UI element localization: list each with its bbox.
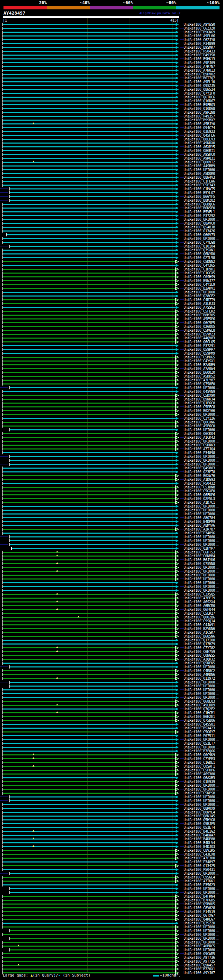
hit-row[interactable]: UniRef100_C1MWT5 (0, 187, 223, 191)
hit-row[interactable]: UniRef100_B6K5E0 (0, 206, 223, 210)
hit-bar[interactable] (3, 510, 176, 511)
hit-label[interactable]: UniRef100_P35623 (184, 883, 215, 887)
hit-bar[interactable] (3, 422, 176, 423)
hit-label[interactable]: UniRef100_C4JEX8 (184, 853, 215, 856)
hit-bar[interactable] (3, 567, 176, 568)
hit-label[interactable]: UniRef100_B2AKV1 (184, 286, 215, 290)
hit-row[interactable]: UniRef100_Q5HYG8 (0, 818, 223, 822)
hit-row[interactable]: UniRef100_Q8W4V3 (0, 175, 223, 180)
hit-bar[interactable] (3, 100, 176, 102)
hit-label[interactable]: UniRef100_B8LLV3 (184, 137, 215, 141)
hit-bar[interactable] (3, 808, 176, 809)
hit-row[interactable]: UniRef100_O13426 (0, 229, 223, 233)
hit-label[interactable]: UniRef100_UPI000.. (184, 680, 219, 684)
hit-row[interactable]: UniRef100_B8MZQ2 (0, 199, 223, 202)
hit-row[interactable]: UniRef100_C3Y126 (0, 417, 223, 420)
hit-label[interactable]: UniRef100_C0SAF1 (184, 764, 215, 768)
hit-row[interactable]: UniRef100_C5DX90 (0, 393, 223, 397)
hit-row[interactable]: UniRef100_Q7Q2F2 (0, 707, 223, 711)
hit-row[interactable]: UniRef100_UPI000.. (0, 925, 223, 929)
hit-bar[interactable] (3, 399, 176, 400)
hit-bar[interactable] (3, 754, 176, 756)
hit-row[interactable]: UniRef100_Q4KLG7 (0, 918, 223, 921)
hit-row[interactable]: UniRef100_B6JYU6 (0, 558, 223, 562)
hit-row[interactable]: UniRef100_B4DWA7 (0, 833, 223, 837)
hit-bar[interactable] (3, 204, 176, 205)
hit-bar[interactable] (3, 697, 176, 698)
hit-row[interactable]: UniRef100_P49357 (0, 115, 223, 118)
hit-bar[interactable] (10, 686, 176, 687)
hit-bar[interactable] (3, 349, 176, 350)
hit-row[interactable]: UniRef100_A7NUI3 (0, 68, 223, 72)
hit-row[interactable]: UniRef100_Q68EQ3 (0, 700, 223, 703)
hit-label[interactable]: UniRef100_Q9CWR5 (184, 952, 215, 956)
hit-bar[interactable] (3, 307, 176, 308)
hit-label[interactable]: UniRef100_B7FQ66 (184, 749, 215, 753)
hit-label[interactable]: UniRef100_Q6AXB3 (184, 776, 215, 780)
hit-row[interactable]: UniRef100_UPI000.. (0, 589, 223, 592)
hit-row[interactable]: UniRef100_C1GCX5 (0, 271, 223, 275)
hit-row[interactable]: UniRef100_A1CK43 (0, 436, 223, 439)
hit-bar[interactable] (3, 835, 176, 836)
hit-label[interactable]: UniRef100_A0BRC5 (184, 944, 215, 948)
hit-bar[interactable] (3, 104, 176, 105)
hit-label[interactable]: UniRef100_O13425 (184, 864, 215, 868)
hit-bar[interactable] (3, 946, 176, 947)
hit-row[interactable]: UniRef100_P37292 (0, 214, 223, 218)
hit-label[interactable]: UniRef100_P14519 (184, 910, 215, 913)
hit-row[interactable]: UniRef100_P49358 (0, 53, 223, 57)
hit-bar[interactable] (3, 185, 176, 186)
hit-label[interactable]: UniRef100_C9SGE4 (184, 875, 215, 879)
hit-bar[interactable] (3, 785, 176, 786)
hit-label[interactable]: UniRef100_UPI000.. (184, 508, 219, 512)
hit-row[interactable]: UniRef100_UPI000.. (0, 570, 223, 573)
hit-row[interactable]: UniRef100_C1H9H1 (0, 267, 223, 271)
hit-label[interactable]: UniRef100_B6H2E1 (184, 715, 215, 719)
hit-row[interactable]: UniRef100_B5VEL1 (0, 210, 223, 214)
hit-label[interactable]: UniRef100_B9SMK7 (184, 46, 215, 49)
hit-row[interactable]: UniRef100_C7YT82 (0, 646, 223, 650)
hit-row[interactable]: UniRef100_A7R7N7 (0, 65, 223, 68)
hit-bar[interactable] (3, 663, 176, 663)
hit-bar[interactable] (3, 337, 176, 339)
hit-label[interactable]: UniRef100_UPI000.. (184, 803, 219, 807)
hit-row[interactable]: UniRef100_B9HV02 (0, 72, 223, 76)
hit-bar[interactable] (3, 732, 176, 732)
hit-bar[interactable] (3, 559, 176, 560)
hit-bar[interactable] (3, 303, 176, 304)
hit-label[interactable]: UniRef100_Q10104 (184, 244, 215, 248)
hit-bar[interactable] (3, 490, 176, 492)
hit-row[interactable]: UniRef100_UPI000.. (0, 535, 223, 539)
hit-row[interactable]: UniRef100_C5E343 (0, 183, 223, 187)
hit-bar[interactable] (3, 296, 176, 296)
hit-row[interactable]: UniRef100_Q10D67 (0, 99, 223, 103)
hit-row[interactable]: UniRef100_Q8N1A5 (0, 814, 223, 818)
hit-label[interactable]: UniRef100_A5DQR0 (184, 172, 215, 175)
hit-label[interactable]: UniRef100_B7PGD5 (184, 898, 215, 902)
hit-row[interactable]: UniRef100_Q1E939 (0, 780, 223, 784)
hit-bar[interactable] (3, 575, 176, 576)
hit-row[interactable]: UniRef100_B7Z0X1 (0, 967, 223, 971)
hit-bar[interactable] (3, 904, 176, 905)
hit-label[interactable]: UniRef100_UPI000.. (184, 535, 219, 539)
hit-bar[interactable] (3, 471, 176, 473)
hit-row[interactable]: UniRef100_Q17HZ9 (0, 642, 223, 646)
hit-label[interactable]: UniRef100_C6ZJZ0 (184, 26, 215, 30)
hit-label[interactable]: UniRef100_C5FLK2 (184, 309, 215, 313)
hit-row[interactable]: UniRef100_UPI000.. (0, 872, 223, 875)
hit-row[interactable]: UniRef100_A7SS63 (0, 305, 223, 309)
hit-row[interactable]: UniRef100_B8LLV3 (0, 137, 223, 141)
hit-row[interactable]: UniRef100_Q7S5N8 (0, 562, 223, 566)
hit-bar[interactable] (3, 720, 176, 721)
hit-bar[interactable] (3, 181, 176, 182)
hit-row[interactable]: UniRef100_Q10104 (0, 244, 223, 248)
hit-bar[interactable] (3, 272, 176, 274)
hit-label[interactable]: UniRef100_Q1E6C8 (184, 401, 215, 405)
hit-bar[interactable] (10, 667, 176, 667)
hit-bar[interactable] (3, 177, 176, 178)
hit-row[interactable]: UniRef100_Q6FUP6 (0, 493, 223, 497)
hit-label[interactable]: UniRef100_UPI000.. (184, 462, 219, 466)
hit-label[interactable]: UniRef100_C4JW91 (184, 623, 215, 627)
hit-bar[interactable] (3, 969, 176, 970)
hit-row[interactable]: UniRef100_Q8R0X9 (0, 807, 223, 810)
